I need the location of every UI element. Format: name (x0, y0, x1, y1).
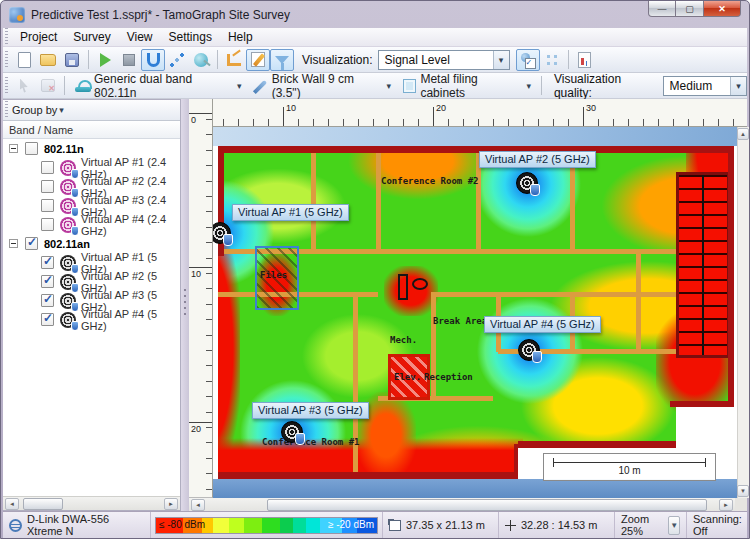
open-project-button[interactable] (36, 49, 60, 71)
signal-legend: ≤ -80 dBm ≥ -20 dBm (151, 512, 383, 538)
wall-type-dropdown[interactable]: Brick Wall 9 cm (3.5") ▾ (247, 75, 397, 97)
scroll-down-icon[interactable]: ▼ (737, 485, 749, 497)
select-object-button[interactable] (12, 75, 36, 97)
tree-group-label: 802.11n (44, 143, 84, 155)
delete-object-button[interactable] (36, 75, 60, 97)
checkbox[interactable] (41, 180, 54, 193)
scroll-left-icon[interactable]: ◄ (191, 499, 205, 511)
collapse-icon[interactable] (9, 239, 18, 248)
checkbox[interactable] (41, 199, 54, 212)
main-toolbar: Visualization: Signal Level ▾ (3, 47, 747, 73)
map-vertical-scrollbar[interactable]: ▲ ▼ (737, 127, 749, 498)
scroll-left-icon[interactable]: ◄ (5, 498, 19, 510)
save-icon (65, 53, 79, 67)
tree-item-ap[interactable]: Virtual AP #4 (5 GHz) (3, 310, 180, 329)
play-icon (100, 53, 111, 67)
visualization-quality-label: Visualization quality: (554, 72, 658, 100)
ap-label-3[interactable]: Virtual AP #3 (5 GHz) (252, 402, 369, 419)
chevron-down-icon: ▾ (59, 105, 64, 115)
tree-item-ap[interactable]: Virtual AP #4 (2.4 GHz) (3, 215, 180, 234)
checkbox[interactable] (41, 218, 54, 231)
point-survey-button[interactable] (165, 49, 189, 71)
toolbar-grip (5, 77, 8, 95)
checkbox[interactable] (41, 256, 54, 269)
scale-line (553, 462, 706, 463)
ap-5ghz-icon (60, 255, 76, 271)
obstruction-type-dropdown[interactable]: Metal filing cabinets ▾ (397, 75, 537, 97)
zoom-control[interactable]: Zoom 25% ▼ (615, 512, 687, 538)
visualization-quality-select[interactable]: Medium ▾ (663, 76, 747, 96)
resize-grip (735, 498, 747, 511)
panel-splitter[interactable] (181, 99, 189, 511)
checkbox[interactable] (25, 237, 38, 250)
calibrate-button[interactable] (222, 49, 246, 71)
checkbox[interactable] (41, 161, 54, 174)
column-header-band-name[interactable]: Band / Name (3, 121, 180, 139)
scanning-status[interactable]: Scanning: Off (687, 512, 747, 538)
chevron-down-icon: ▾ (730, 77, 746, 95)
new-document-icon (18, 52, 31, 68)
room-label: Elev. (394, 372, 421, 382)
checkbox[interactable] (41, 294, 54, 307)
menu-survey[interactable]: Survey (65, 29, 118, 45)
map-horizontal-scrollbar[interactable]: ◄ ► (189, 498, 735, 511)
minimize-button[interactable]: — (648, 1, 676, 17)
visualization-select[interactable]: Signal Level ▾ (378, 50, 510, 70)
save-project-button[interactable] (60, 49, 84, 71)
new-project-button[interactable] (12, 49, 36, 71)
scroll-right-icon[interactable]: ► (719, 499, 733, 511)
map-scale-bar: 10 m (543, 453, 716, 481)
start-survey-button[interactable] (93, 49, 117, 71)
scroll-right-icon[interactable]: ► (164, 498, 178, 510)
adapter-status[interactable]: D-Link DWA-556 Xtreme N (3, 512, 151, 538)
spectrum-button[interactable] (540, 49, 564, 71)
collapse-icon[interactable] (9, 144, 18, 153)
report-icon (578, 52, 591, 68)
ap-marker-2[interactable] (516, 172, 538, 194)
checkbox[interactable] (41, 313, 54, 326)
stop-survey-button[interactable] (117, 49, 141, 71)
edit-mode-button[interactable] (246, 49, 270, 71)
chevron-down-icon: ▾ (387, 81, 392, 91)
chevron-down-icon: ▾ (237, 81, 242, 91)
menu-project[interactable]: Project (12, 29, 65, 45)
close-button[interactable]: ✕ (703, 1, 741, 17)
ap-label-2[interactable]: Virtual AP #2 (5 GHz) (479, 151, 596, 168)
ap-marker-3[interactable] (281, 421, 303, 443)
gps-satellite-icon (194, 53, 208, 67)
floor-plan-view: 10 20 30 0 10 20 (189, 99, 747, 511)
scroll-up-icon[interactable]: ▲ (737, 128, 749, 140)
plan-size-value: 37.35 x 21.13 m (406, 519, 485, 531)
ap-label-4[interactable]: Virtual AP #4 (5 GHz) (484, 316, 601, 333)
shield-badge-icon (71, 169, 79, 179)
checkbox[interactable] (25, 142, 38, 155)
select-aps-button[interactable] (516, 49, 540, 71)
checkbox[interactable] (41, 275, 54, 288)
report-button[interactable] (573, 49, 597, 71)
menu-settings[interactable]: Settings (161, 29, 220, 45)
chevron-down-icon[interactable]: ▼ (668, 516, 680, 535)
ap-label-1[interactable]: Virtual AP #1 (5 GHz) (232, 204, 349, 221)
shield-badge-icon (223, 234, 233, 246)
continuous-survey-button[interactable] (141, 49, 165, 71)
shield-badge-icon (71, 283, 79, 293)
maximize-button[interactable]: ▢ (676, 1, 703, 17)
ap-marker-4[interactable] (518, 339, 540, 361)
sidebar-horizontal-scrollbar[interactable]: ◄ ► (3, 496, 180, 510)
menu-bar: Project Survey View Settings Help (3, 28, 747, 47)
shield-badge-icon (71, 207, 79, 217)
toolbar-separator (541, 76, 542, 95)
filter-button[interactable] (270, 49, 294, 71)
group-by-bar[interactable]: Group by ▾ (3, 100, 180, 121)
scrollbar-thumb[interactable] (267, 499, 707, 511)
ap-check-icon (520, 52, 536, 68)
scrollbar-thumb[interactable] (23, 498, 63, 510)
ap-type-dropdown[interactable]: Generic dual band 802.11n ▾ (69, 75, 248, 97)
map-canvas[interactable]: Conference Room #2 Files Break Area Mech… (213, 127, 737, 498)
scanning-value: Scanning: Off (693, 513, 742, 537)
ap-5ghz-icon (60, 312, 76, 328)
gps-survey-button[interactable] (189, 49, 213, 71)
menu-help[interactable]: Help (220, 29, 261, 45)
menu-view[interactable]: View (119, 29, 161, 45)
ap-marker-1[interactable] (213, 222, 231, 244)
